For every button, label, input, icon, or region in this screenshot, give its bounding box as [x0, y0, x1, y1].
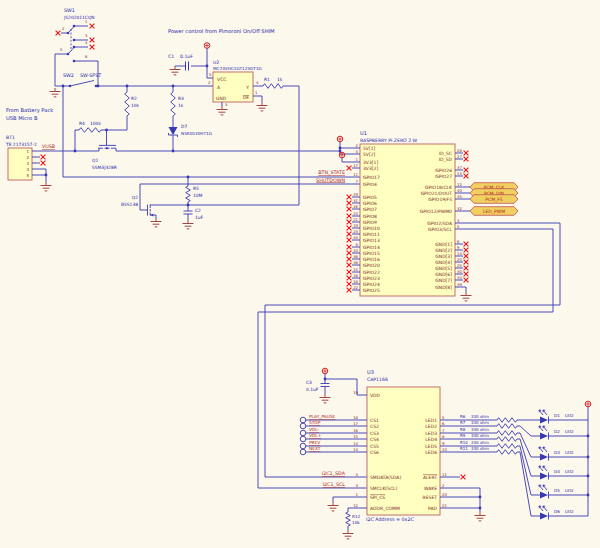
pin-number: 34 — [457, 275, 462, 280]
led-part: LED — [565, 509, 573, 514]
pin-name: GPIO10 — [363, 226, 380, 231]
pin-number: 40 — [457, 188, 462, 193]
r2-value: 10k — [131, 103, 140, 108]
pin-number: 37 — [457, 165, 462, 170]
u2-part: MC74VHC1GT125DT1G — [213, 66, 262, 71]
pin-number: 17 — [353, 163, 358, 168]
bt1-ref: BT1 — [6, 135, 15, 140]
pin-name: GND[8] — [435, 285, 452, 290]
pin-name: LED1 — [425, 418, 437, 423]
sw1-part: JS202011CQN — [63, 15, 95, 20]
pin-number: 10 — [442, 447, 447, 452]
pin-name: GPIO4 — [363, 182, 377, 187]
led-part: LED — [565, 413, 573, 418]
pin-number: 13 — [457, 171, 462, 176]
pin-name: GND[4] — [435, 260, 452, 265]
sw2-part: SW-SPST — [80, 73, 101, 78]
pin-number: 16 — [353, 273, 358, 278]
pin-name: GPIO15 — [363, 251, 380, 256]
pin-name: GPIO18/CLK — [425, 185, 453, 190]
pin-name: CS6 — [370, 450, 379, 455]
pin-name: ALERT — [423, 475, 437, 480]
pin-name: GPIO24 — [363, 282, 380, 287]
note-battery-1: From Battery Pack — [6, 107, 53, 114]
r4-ref: R4 — [79, 121, 85, 126]
pin-number: 10 — [353, 248, 358, 253]
c2-ref: C2 — [195, 208, 201, 213]
u1-part: RASPBERRY PI ZERO 2 W — [360, 138, 418, 143]
pin-name: VCC — [217, 77, 227, 82]
pin-name: CS1 — [370, 418, 379, 423]
led-part: LED — [565, 429, 573, 434]
pin-name: GPIO16 — [363, 257, 380, 262]
pin-number: 11 — [442, 472, 447, 477]
pin-name: GPIO2/SDA — [427, 221, 453, 226]
led-resistor-ref: R11 — [460, 446, 468, 451]
net-label-shutdown: SHUTDOWN — [316, 178, 345, 183]
pin-name: GND — [216, 96, 227, 101]
pin-number: 22 — [353, 285, 358, 290]
led-resistor-ref: R10 — [460, 440, 468, 445]
led-resistor-ref: R7 — [460, 420, 466, 425]
pin-name: SMCLK(SCL) — [370, 486, 398, 491]
r4-value: 100k — [90, 121, 101, 126]
u1-ref: U1 — [360, 130, 367, 136]
r3-value: 1k — [178, 103, 184, 108]
pin-name: GND[3] — [435, 254, 452, 259]
r5-ref: R5 — [193, 186, 199, 191]
note-i2c-address: I2C Address = 0x2C — [366, 517, 414, 522]
led-part: LED — [565, 488, 573, 493]
u2-ref: U2 — [213, 60, 219, 65]
pin-name: LED2 — [425, 424, 437, 429]
c3-ref: C3 — [306, 380, 312, 385]
net-label-touch: STOP — [309, 420, 321, 425]
pin-number: 27 — [457, 154, 462, 159]
pin-number: 17 — [353, 421, 358, 426]
pin-name: GPIO11 — [363, 232, 380, 237]
led-resistor-ref: R8 — [460, 427, 466, 432]
pin-name: GPIO22 — [363, 270, 380, 275]
pin-name: GPIO5 — [363, 195, 377, 200]
pin-number: 36 — [353, 254, 358, 259]
led-resistor-value: 330 ohm — [471, 427, 489, 432]
led-part: LED — [565, 469, 573, 474]
pin-name: GPIO3/SCL — [428, 227, 452, 232]
pin-number: 14 — [353, 441, 358, 446]
pin-name: GPIO9 — [363, 220, 377, 225]
bt1-part: TE 2173157-2 — [5, 142, 37, 147]
pin-name: CS3 — [370, 431, 379, 436]
pin-number: 15 — [353, 267, 358, 272]
junction-dot — [97, 85, 100, 88]
pin-name: LED5 — [425, 444, 437, 449]
pin-name: GND[1] — [435, 242, 452, 247]
pin-number: 19 — [353, 390, 358, 395]
u3-part: CAP1166 — [367, 377, 388, 382]
junction-dot — [105, 129, 108, 132]
pin-name: WAKE — [424, 486, 437, 491]
junction-dot — [479, 496, 482, 499]
led-resistor-value: 330 ohm — [471, 414, 489, 419]
pin-number: 15 — [353, 434, 358, 439]
pin-name: CS2 — [370, 424, 379, 429]
q2-part: BSS138 — [121, 202, 138, 207]
pin-name: VDD — [370, 393, 381, 398]
pin-name: GPIO23 — [363, 276, 380, 281]
d7-ref: D7 — [181, 124, 187, 129]
junction-dot — [587, 475, 590, 478]
pin-number: 28 — [457, 148, 462, 153]
c2-value: 1uF — [195, 215, 204, 220]
pin-name: 5V[1] — [363, 146, 376, 151]
pin-number: 21 — [353, 217, 358, 222]
led-resistor-value: 330 ohm — [471, 440, 489, 445]
net-label-touch: PREV — [309, 440, 320, 445]
u3-ref: U3 — [367, 369, 374, 375]
pin-number: 23 — [353, 229, 358, 234]
pin-name: 3V3[1] — [363, 160, 378, 165]
pin-number: 26 — [353, 204, 358, 209]
pin-number: 39 — [457, 282, 462, 287]
r1-ref: R1 — [264, 77, 270, 82]
pin-name: GPIO13 — [363, 238, 380, 243]
pin-name: LED6 — [425, 450, 437, 455]
r3-ref: R3 — [178, 96, 184, 101]
led-resistor-ref: R6 — [460, 414, 466, 419]
